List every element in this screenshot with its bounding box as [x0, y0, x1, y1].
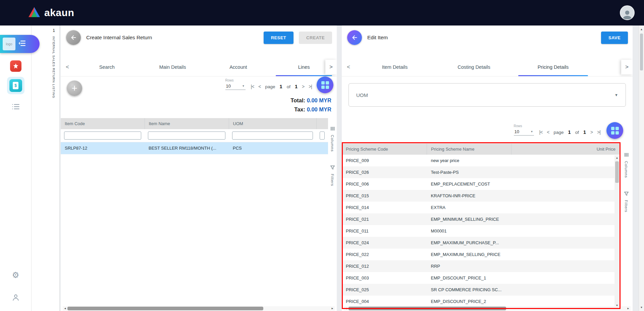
- back-button[interactable]: [66, 30, 81, 45]
- tabs-next-button[interactable]: >: [325, 60, 337, 74]
- prev-page-button[interactable]: <: [258, 84, 261, 89]
- scroll-up-icon[interactable]: ▲: [614, 155, 620, 160]
- first-page-button[interactable]: |<: [539, 129, 543, 135]
- total-value: 0.00 MYR: [307, 97, 331, 103]
- page-number: 1: [568, 129, 571, 135]
- uom-dropdown[interactable]: UOM ▼: [348, 83, 626, 107]
- first-page-button[interactable]: |<: [251, 84, 254, 89]
- internal-sales-app-icon[interactable]: $: [7, 77, 24, 94]
- cell: PRICE_022: [342, 249, 427, 260]
- tabs-prev-icon[interactable]: <: [342, 58, 355, 76]
- scroll-up-icon[interactable]: ▲: [639, 27, 644, 32]
- columns-toggle[interactable]: Columns: [624, 161, 628, 178]
- table-row[interactable]: SRLP87-12BEST SELLER RM118/MONTH (...PCS: [61, 142, 328, 154]
- topbar: akaun: [0, 0, 644, 25]
- gear-icon[interactable]: ⚙: [12, 270, 19, 280]
- cell: EMP_MINIMUM_SELLING_PRICE: [427, 213, 512, 225]
- listing-tab-index: 1: [48, 28, 59, 33]
- table-row[interactable]: PRICE_011M00001: [342, 225, 620, 237]
- last-page-button[interactable]: >|: [309, 84, 312, 89]
- table-row[interactable]: PRICE_015KRAFTON-INR-PRICE: [342, 190, 620, 202]
- rows-select[interactable]: 10 ▼: [514, 128, 534, 136]
- columns-toggle[interactable]: Columns: [330, 135, 334, 152]
- uom-filter-input[interactable]: [232, 132, 313, 140]
- tab-item-details[interactable]: Item Details: [355, 58, 434, 76]
- tab-pricing-details[interactable]: Pricing Details: [514, 58, 593, 76]
- tab-search[interactable]: Search: [74, 58, 140, 76]
- col-extra: [316, 118, 328, 129]
- tab-costing-details[interactable]: Costing Details: [434, 58, 514, 76]
- table-row[interactable]: PRICE_026Test-Paste-PS: [342, 166, 620, 178]
- workspace-logo-chip[interactable]: logo: [0, 35, 40, 53]
- listing-tab-internal-sales-return[interactable]: 1 INTERNAL SALES RETURN LISTING: [48, 25, 60, 311]
- brand-name: akaun: [44, 7, 74, 18]
- table-row[interactable]: PRICE_003EMP_DISCOUNT_PRICE_1: [342, 272, 620, 284]
- back-button[interactable]: [347, 30, 362, 45]
- col-uom: UOM: [229, 118, 316, 129]
- table-row[interactable]: PRICE_024EMP_MAXIMUM_PURCHASE_P...: [342, 237, 620, 249]
- tabs-next-button[interactable]: >: [621, 60, 633, 74]
- grid-view-button[interactable]: [317, 76, 333, 93]
- scrollbar-thumb[interactable]: [615, 161, 619, 183]
- table-row[interactable]: PRICE_006EMP_REPLACEMENT_COST: [342, 178, 620, 190]
- table-row[interactable]: PRICE_012RRP: [342, 260, 620, 272]
- last-page-button[interactable]: >|: [597, 129, 600, 135]
- filters-icon[interactable]: [624, 191, 629, 197]
- filters-toggle[interactable]: Filters: [330, 174, 334, 186]
- cell: [511, 213, 620, 225]
- table-row[interactable]: PRICE_022EMP_MAXIMUM_SELLING_PRICE: [342, 249, 620, 260]
- sidebar: $ ⚙: [0, 25, 32, 311]
- col-unit-price: Unit Price: [511, 144, 620, 155]
- rows-label: Rows: [225, 79, 246, 82]
- table-row[interactable]: PRICE_004EMP_DISCOUNT_PRICE_2: [342, 296, 620, 307]
- prev-page-button[interactable]: <: [547, 129, 549, 135]
- scroll-right-icon[interactable]: ►: [626, 307, 631, 310]
- next-page-button[interactable]: >: [590, 129, 593, 135]
- filters-toggle[interactable]: Filters: [624, 200, 628, 212]
- table-row[interactable]: PRICE_014EXTRA: [342, 202, 620, 213]
- cell: EMP_MAXIMUM_SELLING_PRICE: [427, 249, 512, 260]
- scrollbar-thumb[interactable]: [348, 307, 506, 310]
- scroll-left-icon[interactable]: ◄: [344, 307, 348, 310]
- rows-select[interactable]: 10 ▼: [225, 83, 246, 90]
- tab-account[interactable]: Account: [205, 58, 271, 76]
- scrollbar-thumb[interactable]: [67, 307, 263, 310]
- cell: PRICE_011: [342, 225, 427, 237]
- scroll-down-icon[interactable]: ▼: [639, 305, 644, 310]
- scroll-right-icon[interactable]: ►: [330, 307, 335, 310]
- item-name-filter-input[interactable]: [148, 132, 225, 140]
- item-code-filter-input[interactable]: [64, 132, 141, 140]
- profile-icon[interactable]: [11, 293, 20, 302]
- add-line-button[interactable]: +: [67, 81, 82, 96]
- tabs-prev-icon[interactable]: <: [61, 58, 74, 76]
- extra-filter-input[interactable]: [320, 132, 325, 140]
- lines-table-body: SRLP87-12BEST SELLER RM118/MONTH (...PCS: [61, 142, 328, 154]
- lines-table: Item Code Item Name UOM: [61, 118, 328, 154]
- table-row[interactable]: PRICE_009new year price: [342, 155, 620, 166]
- save-button[interactable]: SAVE: [601, 32, 628, 44]
- columns-icon[interactable]: [330, 126, 335, 132]
- grid-icon: [611, 127, 619, 135]
- red-app-icon[interactable]: [10, 60, 21, 72]
- scroll-left-icon[interactable]: ◄: [63, 307, 67, 310]
- tab-main-details[interactable]: Main Details: [140, 58, 206, 76]
- reset-button[interactable]: RESET: [264, 32, 293, 44]
- cell: EMP_DISCOUNT_PRICE_2: [427, 296, 512, 307]
- grid-view-button[interactable]: [606, 122, 623, 139]
- cell: PRICE_004: [342, 296, 427, 307]
- next-page-button[interactable]: >: [302, 84, 304, 89]
- cell: PRICE_014: [342, 202, 427, 213]
- user-avatar[interactable]: [620, 5, 635, 20]
- list-icon[interactable]: [12, 103, 20, 110]
- table-row[interactable]: PRICE_021EMP_MINIMUM_SELLING_PRICE: [342, 213, 620, 225]
- create-internal-sales-return-panel: Create Internal Sales Return RESET CREAT…: [61, 25, 337, 311]
- cell: [511, 225, 620, 237]
- cell: [511, 155, 620, 166]
- brand[interactable]: akaun: [28, 7, 74, 19]
- grid-icon: [321, 81, 329, 89]
- columns-icon[interactable]: [624, 152, 629, 158]
- table-row[interactable]: PRICE_025SR CP COMMERCE PRICING SC...: [342, 284, 620, 296]
- filters-icon[interactable]: [330, 165, 335, 171]
- scrollbar-thumb[interactable]: [640, 34, 643, 70]
- create-button[interactable]: CREATE: [299, 32, 332, 44]
